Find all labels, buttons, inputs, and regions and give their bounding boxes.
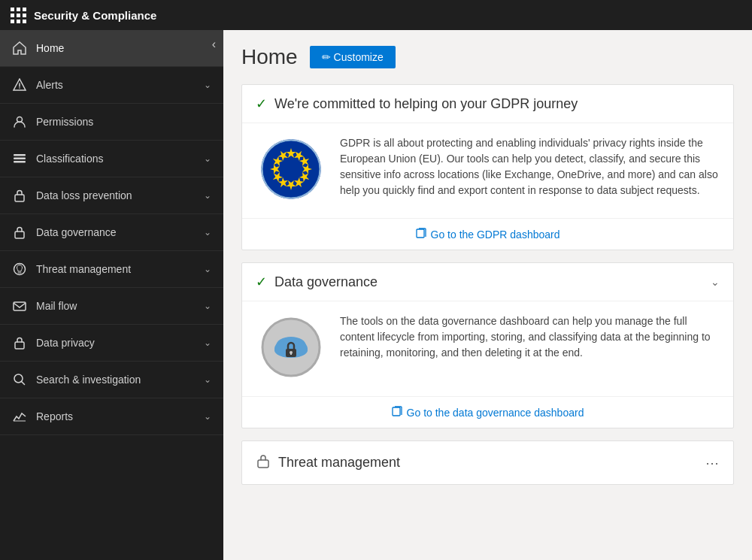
sidebar-item-classifications-label: Classifications <box>36 153 204 165</box>
threat-management-card-icon <box>256 453 271 472</box>
alerts-icon <box>12 77 27 92</box>
top-bar: Security & Compliance <box>0 0 752 30</box>
sidebar-item-mail-flow-label: Mail flow <box>36 300 204 312</box>
search-investigation-chevron-icon: ⌄ <box>204 374 211 385</box>
layout: ‹ Home Alerts ⌄ <box>0 30 752 560</box>
svg-rect-8 <box>14 302 26 310</box>
data-governance-card: ✓ Data governance ⌄ <box>241 262 734 428</box>
data-privacy-icon <box>12 335 27 350</box>
sidebar-item-search-investigation[interactable]: Search & investigation ⌄ <box>0 362 223 398</box>
sidebar-item-reports[interactable]: Reports ⌄ <box>0 398 223 435</box>
svg-rect-35 <box>290 353 292 355</box>
svg-rect-4 <box>14 161 26 163</box>
data-governance-link-icon <box>392 406 402 419</box>
data-governance-card-text: The tools on the data governance dashboa… <box>340 313 718 381</box>
svg-rect-6 <box>15 232 24 238</box>
sidebar-item-permissions-label: Permissions <box>36 116 211 128</box>
mail-flow-icon <box>12 298 27 313</box>
data-governance-chevron-icon: ⌄ <box>711 276 720 288</box>
threat-management-icon <box>12 262 27 277</box>
data-governance-icon <box>12 225 27 240</box>
sidebar-item-data-governance-label: Data governance <box>36 226 204 238</box>
page-header: Home ✏ Customize <box>241 45 734 69</box>
data-governance-card-title: Data governance <box>274 274 703 290</box>
gdpr-link-text: Go to the GDPR dashboard <box>431 229 560 241</box>
data-governance-card-body: The tools on the data governance dashboa… <box>242 301 733 396</box>
sidebar-item-search-label: Search & investigation <box>36 374 204 386</box>
reports-icon <box>12 409 27 424</box>
gdpr-flag-icon <box>257 135 325 203</box>
dlp-icon <box>12 188 27 203</box>
threat-management-card-title: Threat management <box>278 455 698 471</box>
gdpr-dashboard-link[interactable]: Go to the GDPR dashboard <box>242 218 733 250</box>
data-governance-dashboard-link[interactable]: Go to the data governance dashboard <box>242 396 733 428</box>
threat-management-chevron-icon: ⌄ <box>204 264 211 274</box>
sidebar-item-home-label: Home <box>36 42 211 54</box>
gdpr-check-icon: ✓ <box>256 95 267 112</box>
sidebar-item-data-privacy-label: Data privacy <box>36 337 204 349</box>
svg-rect-2 <box>14 154 26 156</box>
sidebar-item-alerts[interactable]: Alerts ⌄ <box>0 67 223 104</box>
gdpr-card-body: GDPR is all about protecting and enablin… <box>242 123 733 218</box>
reports-chevron-icon: ⌄ <box>204 411 211 422</box>
svg-rect-3 <box>14 158 26 160</box>
data-governance-icon-wrap <box>257 313 325 381</box>
sidebar-collapse-button[interactable]: ‹ <box>212 38 216 51</box>
svg-rect-38 <box>258 460 268 468</box>
svg-rect-9 <box>15 342 24 349</box>
data-governance-link-text: Go to the data governance dashboard <box>407 407 584 419</box>
data-privacy-chevron-icon: ⌄ <box>204 338 211 348</box>
sidebar-item-mail-flow[interactable]: Mail flow ⌄ <box>0 288 223 325</box>
search-investigation-icon <box>12 372 27 387</box>
sidebar-item-data-governance[interactable]: Data governance ⌄ <box>0 214 223 251</box>
svg-rect-27 <box>417 229 424 238</box>
classifications-icon <box>12 151 27 166</box>
svg-point-0 <box>19 87 20 89</box>
data-governance-check-icon: ✓ <box>256 274 267 290</box>
data-governance-card-header[interactable]: ✓ Data governance ⌄ <box>242 263 733 301</box>
gdpr-card-header[interactable]: ✓ We're committed to helping on your GDP… <box>242 85 733 123</box>
alerts-chevron-icon: ⌄ <box>204 80 211 90</box>
threat-management-card-header[interactable]: Threat management ⋯ <box>242 441 733 484</box>
customize-button[interactable]: ✏ Customize <box>310 46 396 68</box>
main-content: Home ✏ Customize ✓ We're committed to he… <box>223 30 752 560</box>
sidebar: ‹ Home Alerts ⌄ <box>0 30 223 560</box>
page-title: Home <box>241 45 298 69</box>
sidebar-item-threat-management[interactable]: Threat management ⌄ <box>0 251 223 288</box>
mail-flow-chevron-icon: ⌄ <box>204 301 211 311</box>
sidebar-item-home[interactable]: Home <box>0 30 223 67</box>
permissions-icon <box>12 114 27 129</box>
home-icon <box>12 41 27 56</box>
dlp-chevron-icon: ⌄ <box>204 190 211 201</box>
sidebar-item-dlp[interactable]: Data loss prevention ⌄ <box>0 177 223 214</box>
sidebar-item-alerts-label: Alerts <box>36 79 204 91</box>
gdpr-card-text: GDPR is all about protecting and enablin… <box>340 135 718 203</box>
gdpr-link-icon <box>416 228 426 241</box>
threat-management-card: Threat management ⋯ <box>241 440 734 485</box>
sidebar-item-data-privacy[interactable]: Data privacy ⌄ <box>0 325 223 362</box>
sidebar-item-classifications[interactable]: Classifications ⌄ <box>0 141 223 177</box>
sidebar-item-permissions[interactable]: Permissions <box>0 104 223 141</box>
apps-icon[interactable] <box>11 8 26 23</box>
sidebar-item-reports-label: Reports <box>36 410 204 422</box>
svg-rect-5 <box>15 195 24 201</box>
svg-rect-37 <box>393 407 400 416</box>
threat-management-more-button[interactable]: ⋯ <box>705 455 720 471</box>
gdpr-card: ✓ We're committed to helping on your GDP… <box>241 84 734 250</box>
sidebar-item-dlp-label: Data loss prevention <box>36 189 204 201</box>
gdpr-card-title: We're committed to helping on your GDPR … <box>274 96 720 112</box>
data-governance-chevron-icon: ⌄ <box>204 227 211 238</box>
sidebar-item-threat-management-label: Threat management <box>36 263 204 275</box>
classifications-chevron-icon: ⌄ <box>204 153 211 164</box>
app-title: Security & Compliance <box>34 9 156 22</box>
